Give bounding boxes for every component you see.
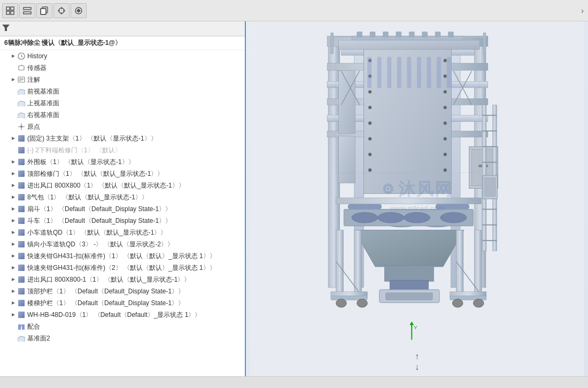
tree-item-top_plane[interactable]: 上视基准面 xyxy=(0,97,245,109)
tree-item-cart_rail2[interactable]: 镇向小车道轨QD〈3〉 -〉 〈默认〈显示状态-2〉〉 xyxy=(0,238,245,250)
svg-rect-146 xyxy=(485,178,496,196)
toolbar-btn-copy[interactable] xyxy=(36,3,52,18)
tree-toggle-wh_part[interactable] xyxy=(10,311,17,319)
tree-toggle-hopper[interactable] xyxy=(10,205,17,213)
tree-item-outer_panel[interactable]: 外围板〈1〉 〈默认〈显示状态-1〉〉 xyxy=(0,156,245,168)
tree-item-clamp1[interactable]: 快速夹钳GH431-扣(标准件)〈1〉 〈默认〈默认〉_显示状态 1〉〉 xyxy=(0,250,245,262)
tree-item-wh_part[interactable]: WH-HB-48D-019〈1〉 〈Default〈Default〉_显示状态 … xyxy=(0,309,245,321)
filter-icon[interactable] xyxy=(2,25,10,33)
svg-rect-162 xyxy=(387,57,391,88)
toolbar-btn-grid[interactable] xyxy=(2,3,18,18)
tree-toggle-top_rail[interactable] xyxy=(10,288,17,295)
tree-toggle-fixed_bracket[interactable] xyxy=(10,135,17,142)
svg-rect-49 xyxy=(18,241,25,247)
svg-point-86 xyxy=(368,90,372,94)
tree-item-cart[interactable]: 斗车〈1〉 〈Default〈Default_Display State-1〉〉 xyxy=(0,215,245,227)
tree-item-right_plane[interactable]: 右视基准面 xyxy=(0,109,245,121)
svg-marker-42 xyxy=(12,207,15,211)
svg-rect-2 xyxy=(6,11,10,14)
tree-icon-wh_part xyxy=(17,311,26,319)
tree-item-hopper[interactable]: 扇斗〈1〉 〈Default〈Default_Display State-1〉〉 xyxy=(0,203,245,215)
nav-up-arrow[interactable]: ↑ xyxy=(415,352,419,361)
tree-toggle-air_inlet[interactable] xyxy=(10,182,17,189)
tree-label-front_plane: 前视基准面 xyxy=(27,87,243,96)
tree-label-cart_rail2: 镇向小车道轨QD〈3〉 -〉 〈默认〈显示状态-2〉〉 xyxy=(27,240,243,249)
svg-rect-35 xyxy=(18,159,25,165)
tree-item-origin[interactable]: 原点 xyxy=(0,121,245,133)
svg-rect-41 xyxy=(18,194,25,200)
tree-item-clamp2[interactable]: 快速夹钳GH431-扣(标准件)〈2〉 〈默认〈默认〉_显示状态 1〉〉 xyxy=(0,262,245,274)
tree-container[interactable]: History传感器注解前视基准面上视基准面右视基准面原点(固定) 3主支架〈1… xyxy=(0,50,245,376)
tree-item-minus_bracket[interactable]: (-) 2下料端检修门〈1〉 〈默认〉 xyxy=(0,144,245,156)
tree-toggle-cart_rail2[interactable] xyxy=(10,240,17,248)
tree-label-assembly: 配合 xyxy=(27,322,243,331)
tree-toggle-air_bag[interactable] xyxy=(10,193,17,201)
tree-toggle-top_door[interactable] xyxy=(10,170,17,177)
toolbar-more-arrow[interactable]: › xyxy=(579,5,586,16)
svg-rect-151 xyxy=(357,32,362,37)
tree-item-assembly[interactable]: 配合 xyxy=(0,321,245,332)
tree-toggle-stair_rail[interactable] xyxy=(10,299,17,307)
svg-rect-116 xyxy=(384,266,434,281)
svg-rect-165 xyxy=(417,57,421,88)
tree-label-wh_part: WH-HB-48D-019〈1〉 〈Default〈Default〉_显示状态 … xyxy=(27,311,243,320)
tree-item-cart_rail[interactable]: 小车道轨QD〈1〉 〈默认〈默认_显示状态-1〉〉 xyxy=(0,227,245,238)
nav-arrows: ↑ ↓ xyxy=(415,352,419,372)
right-panel: Y ⚙ 沐风网 www.mfcad.com ↑ ↓ xyxy=(246,21,588,376)
tree-item-sensor[interactable]: 传感器 xyxy=(0,62,245,74)
svg-rect-119 xyxy=(385,293,432,300)
tree-icon-top_plane xyxy=(17,99,26,107)
tree-label-hopper: 扇斗〈1〉 〈Default〈Default_Display State-1〉〉 xyxy=(27,205,243,214)
status-bar xyxy=(0,376,588,388)
tree-label-top_plane: 上视基准面 xyxy=(27,99,243,108)
tree-icon-front_plane xyxy=(17,87,26,96)
tree-item-annotation[interactable]: 注解 xyxy=(0,74,245,86)
svg-marker-36 xyxy=(12,172,15,175)
model-svg: Y xyxy=(246,21,588,376)
tree-label-cart: 斗车〈1〉 〈Default〈Default_Display State-1〉〉 xyxy=(27,216,243,226)
svg-rect-78 xyxy=(339,71,355,134)
tree-item-air_inlet[interactable]: 进出风口 800X800〈1〉 〈默认〈默认_显示状态-1〉〉 xyxy=(0,180,245,191)
tree-toggle-outer_panel[interactable] xyxy=(10,158,17,166)
tree-item-air_outlet[interactable]: 进出风口 800X800-1〈1〉 〈默认〈默认_显示状态-1〉〉 xyxy=(0,274,245,285)
svg-rect-148 xyxy=(483,33,486,53)
tree-icon-stair_rail xyxy=(17,299,26,307)
tree-toggle-cart_rail[interactable] xyxy=(10,229,17,236)
svg-rect-153 xyxy=(383,32,389,37)
tree-toggle-air_outlet[interactable] xyxy=(10,276,17,283)
tree-item-fixed_bracket[interactable]: (固定) 3主支架〈1〉 〈默认〈显示状态-1〉〉 xyxy=(0,133,245,144)
tree-toggle-cart[interactable] xyxy=(10,217,17,224)
svg-marker-16 xyxy=(12,55,15,58)
tree-toggle-clamp1[interactable] xyxy=(10,252,17,260)
tree-item-datum[interactable]: 基准面2 xyxy=(0,332,245,344)
svg-marker-48 xyxy=(12,243,15,246)
svg-rect-167 xyxy=(437,57,441,88)
tree-toggle-clamp2[interactable] xyxy=(10,264,17,271)
tree-item-history[interactable]: History xyxy=(0,50,245,62)
toolbar-btn-special[interactable] xyxy=(71,3,87,18)
toolbar-btn-list[interactable] xyxy=(19,3,35,18)
tree-label-air_outlet: 进出风口 800X800-1〈1〉 〈默认〈默认_显示状态-1〉〉 xyxy=(27,275,243,284)
tree-toggle-history[interactable] xyxy=(10,52,17,60)
tree-item-top_door[interactable]: 顶部检修门〈1〉 〈默认〈默认_显示状态-1〉〉 xyxy=(0,168,245,180)
main-content: 6辆脉冲除尘 慢认〈默认_显示状态-1@〉 History传感器注解前视基准面上… xyxy=(0,21,588,376)
tree-item-air_bag[interactable]: 8气包〈1〉 〈默认〈默认_显示状态-1〉〉 xyxy=(0,191,245,203)
svg-rect-51 xyxy=(18,253,25,259)
svg-rect-147 xyxy=(331,33,334,53)
tree-icon-clamp2 xyxy=(17,263,26,272)
tree-icon-hopper xyxy=(17,205,26,213)
tree-toggle-annotation[interactable] xyxy=(10,76,17,83)
toolbar-btn-crosshair[interactable] xyxy=(53,3,69,18)
nav-down-arrow[interactable]: ↓ xyxy=(415,362,419,372)
svg-point-93 xyxy=(444,75,447,78)
svg-rect-32 xyxy=(18,135,25,142)
tree-item-stair_rail[interactable]: 楼梯护栏〈1〉 〈Default〈Default_Display State-1… xyxy=(0,297,245,309)
tree-item-front_plane[interactable]: 前视基准面 xyxy=(0,86,245,97)
svg-rect-159 xyxy=(339,40,480,50)
svg-point-90 xyxy=(368,153,372,156)
tree-toggle-right_plane xyxy=(10,111,17,119)
tree-item-top_rail[interactable]: 顶部护栏〈1〉 〈Default〈Default_Display State-1… xyxy=(0,285,245,297)
tree-icon-annotation xyxy=(17,75,26,84)
tree-icon-assembly xyxy=(17,322,26,331)
tree-toggle-top_plane xyxy=(10,99,17,107)
